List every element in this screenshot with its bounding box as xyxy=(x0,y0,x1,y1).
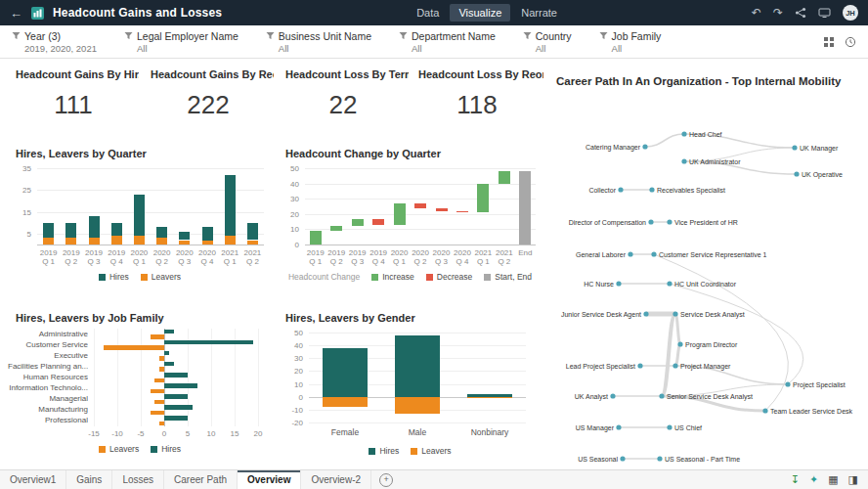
bar-hires[interactable] xyxy=(247,223,258,241)
back-icon[interactable]: ← xyxy=(10,7,22,20)
bar-leavers[interactable] xyxy=(89,238,100,244)
bar-leavers[interactable] xyxy=(104,345,164,350)
network-canvas[interactable]: Catering ManagerHead ChefUK ManagerUK Ad… xyxy=(550,90,863,464)
bar-leavers[interactable] xyxy=(159,367,164,372)
chart-canvas[interactable]: 51525352019 Q 12019 Q 22019 Q 32019 Q 42… xyxy=(8,143,272,303)
canvas-layout-icon[interactable]: ▦ xyxy=(828,474,838,485)
filter-legal-employer-name[interactable]: Legal Employer Name All xyxy=(124,30,239,54)
bar-hires[interactable] xyxy=(164,405,193,410)
chart-canvas[interactable]: -15-10-505101520AdministrativeCustomer S… xyxy=(8,307,272,464)
bar-hires[interactable] xyxy=(164,394,188,399)
node-us-manager[interactable] xyxy=(616,424,621,429)
bar-hires[interactable] xyxy=(179,232,190,241)
filter-country[interactable]: Country All xyxy=(523,30,572,54)
bar-hires[interactable] xyxy=(202,227,213,240)
edge-service-desk-analyst-to-senior-service-desk-analyst[interactable] xyxy=(662,314,675,396)
node-project-specialist[interactable] xyxy=(785,381,790,386)
bar-leavers[interactable] xyxy=(247,241,258,245)
bar-hires[interactable] xyxy=(156,227,167,238)
tab-data[interactable]: Data xyxy=(408,4,448,22)
bar-leavers[interactable] xyxy=(151,389,164,394)
node-vice-president-of-hr[interactable] xyxy=(667,219,672,224)
bar-leavers[interactable] xyxy=(154,400,164,405)
node-customer-service-representative-1[interactable] xyxy=(651,251,656,256)
chart-canvas[interactable]: Catering ManagerHead ChefUK ManagerUK Ad… xyxy=(550,70,865,466)
node-catering-manager[interactable] xyxy=(642,144,647,149)
share-icon[interactable] xyxy=(795,7,806,19)
filter-job-family[interactable]: Job Family All xyxy=(599,30,662,54)
chart-career-path-network[interactable]: Career Path In An Organization - Top Int… xyxy=(550,70,865,466)
filter-department-name[interactable]: Department Name All xyxy=(399,30,496,54)
bar-leavers[interactable] xyxy=(151,411,164,416)
bar-hires[interactable] xyxy=(43,223,54,239)
node-collector[interactable] xyxy=(618,187,623,192)
kpi-headcount-gains-by-reorg[interactable]: Headcount Gains By Reorg 222 xyxy=(143,61,274,139)
bar-leavers[interactable] xyxy=(159,356,164,361)
node-uk-administrator[interactable] xyxy=(681,158,686,163)
legend-item-increase[interactable]: Increase xyxy=(371,272,414,282)
filter-business-unit-name[interactable]: Business Unit Name All xyxy=(266,30,371,54)
bar-leavers[interactable] xyxy=(43,238,54,244)
legend-item-leavers[interactable]: Leavers xyxy=(411,446,451,456)
edge-catering-manager-to-head-chef[interactable] xyxy=(645,134,684,147)
bar-leavers[interactable] xyxy=(225,236,236,244)
chart-canvas[interactable]: 010203040502019 Q 12019 Q 22019 Q 32019 … xyxy=(278,143,542,303)
tab-narrate[interactable]: Narrate xyxy=(512,4,566,22)
edge-service-desk-analyst-to-program-director[interactable] xyxy=(675,314,680,344)
node-program-director[interactable] xyxy=(677,341,682,346)
bar-hires[interactable] xyxy=(164,340,253,345)
clock-icon[interactable] xyxy=(845,36,856,48)
grid-icon[interactable] xyxy=(823,36,835,48)
filter-year[interactable]: Year (3) 2019, 2020, 2021 xyxy=(12,30,97,54)
bar-change[interactable] xyxy=(372,219,384,225)
bar-leavers[interactable] xyxy=(467,397,512,398)
node-project-manager[interactable] xyxy=(673,363,677,368)
node-hc-nurse[interactable] xyxy=(616,281,621,286)
bar-leavers[interactable] xyxy=(179,241,190,245)
bar-leavers[interactable] xyxy=(159,422,164,426)
spark-icon[interactable]: ✦ xyxy=(809,474,818,485)
node-service-desk-analyst[interactable] xyxy=(673,311,677,316)
node-team-leader-service-desk[interactable] xyxy=(762,408,767,413)
legend-item-decrease[interactable]: Decrease xyxy=(426,272,472,282)
bar-leavers[interactable] xyxy=(65,238,76,244)
kpi-headcount-loss-by-termination[interactable]: Headcount Loss By Termi... 22 xyxy=(278,61,409,139)
bar-change[interactable] xyxy=(394,203,406,225)
edge-customer-service-representative-1-to-team-leader-service-desk[interactable] xyxy=(654,254,788,411)
bar-hires[interactable] xyxy=(164,383,197,388)
bar-leavers[interactable] xyxy=(323,397,368,408)
legend-item-start-end[interactable]: Start, End xyxy=(484,272,532,282)
bar-hires[interactable] xyxy=(395,335,440,397)
bar-hires[interactable] xyxy=(164,351,169,356)
bar-change[interactable] xyxy=(477,184,489,213)
legend-item-hires[interactable]: Hires xyxy=(369,446,399,456)
node-head-chef[interactable] xyxy=(681,131,686,136)
avatar[interactable]: JH xyxy=(843,5,858,21)
undo-icon[interactable]: ↶ xyxy=(752,7,761,19)
chart-headcount-change-by-quarter[interactable]: Headcount Change by Quarter 010203040502… xyxy=(278,143,542,303)
node-general-laborer[interactable] xyxy=(628,251,632,256)
node-junior-service-desk-agent[interactable] xyxy=(643,311,648,316)
bar-change[interactable] xyxy=(330,226,342,231)
kpi-headcount-loss-by-reorg[interactable]: Headcount Loss By Reorg 118 xyxy=(411,61,543,139)
node-us-seasonal[interactable] xyxy=(620,456,625,461)
legend-item-hires[interactable]: Hires xyxy=(151,444,181,454)
bar-change[interactable] xyxy=(414,203,426,208)
node-uk-operative[interactable] xyxy=(794,171,799,176)
bar-leavers[interactable] xyxy=(134,236,145,244)
bar-hires[interactable] xyxy=(65,223,76,239)
bar-change[interactable] xyxy=(310,231,322,244)
node-senior-service-desk-analyst[interactable] xyxy=(659,393,664,398)
bar-leavers[interactable] xyxy=(151,334,164,339)
bar-leavers[interactable] xyxy=(156,238,167,244)
bar-leavers[interactable] xyxy=(395,397,440,414)
chart-hires-leavers-by-gender[interactable]: Hires, Leavers by Gender 50403020100-10-… xyxy=(278,307,542,464)
right-panel-icon[interactable]: ◨ xyxy=(848,474,858,485)
node-uk-manager[interactable] xyxy=(792,145,797,150)
canvas-tab-overview-2[interactable]: Overview-2 xyxy=(301,470,371,489)
bar-change[interactable] xyxy=(352,219,364,227)
chart-hires-leavers-by-job-family[interactable]: Hires, Leavers by Job Family -15-10-5051… xyxy=(8,307,272,464)
redo-icon[interactable]: ↷ xyxy=(773,7,783,19)
bar-change[interactable] xyxy=(436,208,448,211)
node-lead-project-specialist[interactable] xyxy=(637,363,642,368)
